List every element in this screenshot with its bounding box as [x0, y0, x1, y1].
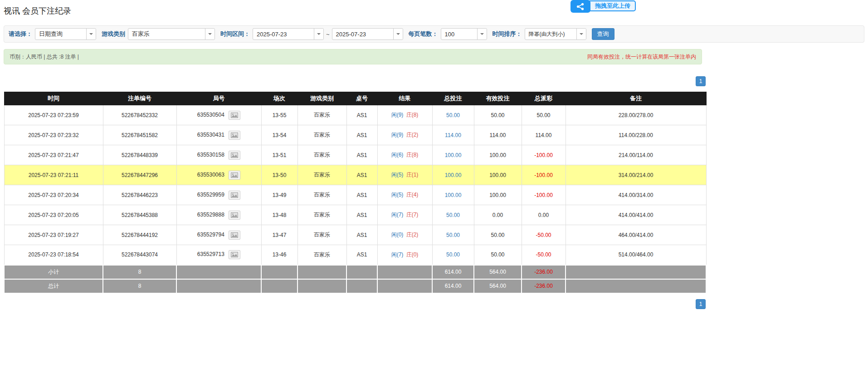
cell-total-bet[interactable]: 100.00 [432, 145, 474, 165]
cell-valid-bet: 100.00 [474, 165, 522, 185]
pagination-page-button[interactable]: 1 [696, 299, 706, 309]
cell-time: 2025-07-23 07:20:05 [4, 205, 103, 225]
upload-dropzone[interactable]: 拖拽至此上传 [571, 0, 636, 13]
cell-remark: 464.00/414.00 [566, 225, 706, 245]
cell-bet-id: 522678443074 [103, 245, 176, 265]
col-remark: 备注 [566, 92, 706, 105]
col-time: 时间 [4, 92, 103, 105]
cell-payout: -100.00 [522, 165, 566, 185]
cell-table-no: AS1 [346, 125, 377, 145]
per-page-label: 每页笔数： [409, 30, 438, 38]
cell-time: 2025-07-23 07:23:32 [4, 125, 103, 145]
result-banker: 庄(4) [406, 192, 419, 198]
col-bet-id: 注单编号 [103, 92, 176, 105]
chevron-down-icon [576, 29, 586, 39]
game-type-select[interactable]: 百家乐 [128, 28, 215, 40]
cell-round: 635530431 [176, 125, 261, 145]
pagination-page-button[interactable]: 1 [696, 76, 706, 86]
chevron-down-icon [477, 29, 487, 39]
video-replay-button[interactable] [229, 211, 240, 220]
cell-remark: 414.00/414.00 [566, 205, 706, 225]
cell-empty [566, 279, 706, 293]
cell-game-type: 百家乐 [297, 165, 346, 185]
cell-payout: -50.00 [522, 245, 566, 265]
cell-time: 2025-07-23 07:18:54 [4, 245, 103, 265]
total-label: 总计 [4, 279, 103, 293]
cell-empty [566, 265, 706, 279]
cell-total-bet[interactable]: 100.00 [432, 165, 474, 185]
summary-bar: 币别：人民币 | 总共 :8 注单 | 同局有效投注，统一计算在该局第一张注单内 [4, 49, 702, 64]
table-row: 2025-07-23 07:21:47 522678448339 6355301… [4, 145, 706, 165]
round-number: 635529794 [197, 231, 224, 238]
cell-remark: 114.00/228.00 [566, 125, 706, 145]
date-from-picker[interactable]: 2025-07-23 [253, 28, 324, 40]
video-replay-button[interactable] [229, 191, 240, 200]
table-header-row: 时间 注单编号 局号 场次 游戏类别 桌号 结果 总投注 有效投注 总派彩 备注 [4, 92, 706, 105]
result-banker: 庄(7) [406, 212, 419, 218]
cell-result: 闲(9) 庄(2) [377, 125, 432, 145]
result-player: 闲(0) [391, 231, 404, 238]
cell-valid-bet: 0.00 [474, 205, 522, 225]
sort-order-label: 时间排序： [493, 30, 522, 38]
cell-table-no: AS1 [346, 185, 377, 205]
video-replay-button[interactable] [229, 231, 240, 240]
cell-time: 2025-07-23 07:23:59 [4, 105, 103, 125]
cell-total-bet[interactable]: 50.00 [432, 105, 474, 125]
share-nodes-icon [571, 0, 590, 13]
cell-remark: 228.00/278.00 [566, 105, 706, 125]
search-button[interactable]: 查询 [592, 28, 614, 40]
result-banker: 庄(8) [406, 112, 419, 118]
round-number: 635529713 [197, 251, 224, 257]
cell-bet-id: 522678446223 [103, 185, 176, 205]
cell-valid-bet: 50.00 [474, 245, 522, 265]
cell-table-no: AS1 [346, 205, 377, 225]
query-type-select[interactable]: 日期查询 [35, 28, 96, 40]
cell-round: 635529713 [176, 245, 261, 265]
cell-game-type: 百家乐 [297, 145, 346, 165]
col-total-bet: 总投注 [432, 92, 474, 105]
sort-order-select[interactable]: 降幂(由大到小) [525, 28, 586, 40]
video-replay-button[interactable] [229, 151, 240, 160]
subtotal-row: 小计 8 614.00 564.00 -236.00 [4, 265, 706, 279]
total-valid-bet: 564.00 [474, 279, 522, 293]
cell-total-bet[interactable]: 50.00 [432, 225, 474, 245]
cell-round: 635530504 [176, 105, 261, 125]
cell-total-bet[interactable]: 50.00 [432, 245, 474, 265]
cell-payout: -50.00 [522, 225, 566, 245]
cell-bet-id: 522678448339 [103, 145, 176, 165]
bet-records-table: 时间 注单编号 局号 场次 游戏类别 桌号 结果 总投注 有效投注 总派彩 备注… [4, 92, 707, 294]
time-range-label: 时间区间： [220, 30, 250, 38]
col-payout: 总派彩 [522, 92, 566, 105]
cell-remark: 314.00/214.00 [566, 165, 706, 185]
chevron-down-icon [393, 29, 403, 39]
cell-session: 13-49 [261, 185, 297, 205]
tilde-separator: ~ [326, 31, 330, 38]
cell-total-bet[interactable]: 100.00 [432, 185, 474, 205]
result-player: 闲(9) [391, 132, 404, 138]
video-replay-button[interactable] [229, 250, 240, 259]
cell-time: 2025-07-23 07:21:47 [4, 145, 103, 165]
date-to-picker[interactable]: 2025-07-23 [332, 28, 403, 40]
cell-result: 闲(0) 庄(2) [377, 225, 432, 245]
date-from-value: 2025-07-23 [253, 29, 314, 39]
result-banker: 庄(8) [406, 152, 419, 158]
cell-round: 635529794 [176, 225, 261, 245]
cell-session: 13-51 [261, 145, 297, 165]
result-player: 闲(5) [391, 172, 404, 178]
cell-result: 闲(5) 庄(4) [377, 185, 432, 205]
cell-valid-bet: 100.00 [474, 185, 522, 205]
cell-result: 闲(7) 庄(0) [377, 245, 432, 265]
cell-total-bet[interactable]: 50.00 [432, 205, 474, 225]
video-replay-button[interactable] [229, 111, 240, 120]
cell-round: 635529959 [176, 185, 261, 205]
video-replay-button[interactable] [229, 131, 240, 140]
per-page-select[interactable]: 100 [441, 28, 487, 40]
cell-empty [261, 279, 297, 293]
cell-session: 13-48 [261, 205, 297, 225]
cell-total-bet[interactable]: 114.00 [432, 125, 474, 145]
cell-round: 635529888 [176, 205, 261, 225]
video-replay-button[interactable] [229, 171, 240, 180]
cell-result: 闲(6) 庄(8) [377, 145, 432, 165]
records-section: 1 时间 注单编号 局号 场次 游戏类别 桌号 结果 总投注 有效投注 总派彩 … [4, 76, 706, 309]
table-row: 2025-07-23 07:19:27 522678444192 6355297… [4, 225, 706, 245]
